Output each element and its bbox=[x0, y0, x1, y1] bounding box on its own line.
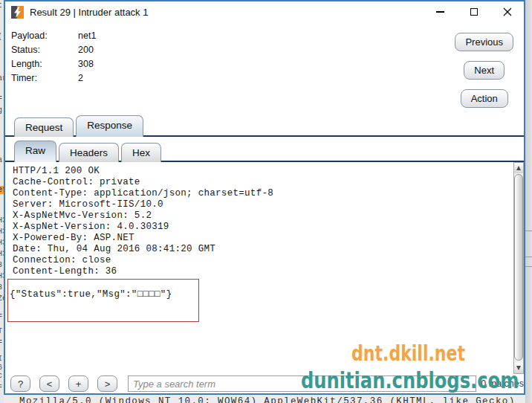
info-label: Payload: bbox=[11, 30, 78, 41]
background-text-fragment: T bbox=[0, 327, 2, 335]
response-header-line: Connection: close bbox=[13, 255, 513, 266]
response-header-line: X-Powered-By: ASP.NET bbox=[13, 233, 513, 244]
background-text-fragment: g bbox=[0, 106, 2, 115]
info-value: net1 bbox=[78, 30, 96, 41]
background-text-fragment: 3 bbox=[0, 283, 2, 291]
background-window-right-sliver bbox=[525, 0, 532, 403]
response-header-line: Date: Thu, 04 Aug 2016 08:41:20 GMT bbox=[13, 244, 513, 255]
info-value: 308 bbox=[78, 59, 94, 69]
nav-button[interactable]: Next bbox=[464, 61, 505, 80]
close-icon bbox=[503, 7, 512, 16]
response-header-line: Content-Type: application/json; charset=… bbox=[13, 188, 513, 199]
arrow-down-icon bbox=[516, 366, 521, 370]
message-tab[interactable]: Request bbox=[14, 117, 74, 137]
background-text-fragment: 3 bbox=[0, 261, 2, 269]
background-window-edge bbox=[525, 266, 532, 267]
background-text-fragment: c bbox=[0, 372, 2, 380]
search-input[interactable] bbox=[128, 375, 476, 392]
minimize-icon bbox=[436, 11, 444, 13]
view-tab[interactable]: Headers bbox=[59, 143, 119, 162]
response-header-line: Content-Length: 36 bbox=[13, 266, 513, 277]
search-tool-button[interactable]: + bbox=[68, 375, 88, 392]
scroll-down-button[interactable] bbox=[514, 363, 523, 373]
result-info-panel: Payload: net1 Status: 200 Length: 308 Ti… bbox=[11, 28, 96, 85]
background-text-fragment: ( bbox=[0, 33, 2, 41]
background-useragent-text: Mozilla/5.0 (Windows NT 10.0; WOW64) App… bbox=[19, 396, 532, 403]
background-text-fragment: F bbox=[0, 384, 2, 392]
background-text-fragment: 6 bbox=[0, 364, 2, 372]
background-text-fragment: I bbox=[0, 355, 2, 363]
info-value: 200 bbox=[78, 45, 94, 55]
response-raw-view[interactable]: HTTP/1.1 200 OK Cache-Control: private C… bbox=[5, 162, 513, 374]
response-body-highlight-box: {"Status":true,"Msg":"□□□□"} bbox=[7, 279, 199, 322]
search-tool-button[interactable]: > bbox=[97, 375, 117, 392]
burp-suite-icon bbox=[11, 6, 24, 19]
background-text-fragment: = bbox=[0, 94, 2, 103]
info-row: Payload: net1 bbox=[11, 28, 96, 42]
window-title: Result 29 | Intruder attack 1 bbox=[30, 7, 148, 18]
info-label: Timer: bbox=[11, 73, 78, 83]
search-toolbar: ? < + > 0 matches bbox=[5, 374, 524, 393]
view-tab[interactable]: Hex bbox=[121, 143, 161, 162]
background-window-edge bbox=[525, 230, 532, 231]
result-nav-buttons: Previous Next Action bbox=[455, 33, 513, 117]
nav-button[interactable]: Previous bbox=[455, 33, 513, 51]
search-tool-button[interactable]: ? bbox=[10, 375, 30, 392]
close-button[interactable] bbox=[490, 1, 524, 22]
scrollbar-thumb[interactable] bbox=[514, 174, 523, 361]
info-row: Length: 308 bbox=[11, 57, 96, 71]
response-header-line: HTTP/1.1 200 OK bbox=[13, 166, 513, 177]
search-tool-button[interactable]: < bbox=[39, 375, 59, 392]
info-row: Timer: 2 bbox=[11, 71, 96, 85]
background-text-fragment: = bbox=[0, 338, 2, 346]
scroll-up-button[interactable] bbox=[514, 163, 523, 173]
response-header-line: X-AspNetMvc-Version: 5.2 bbox=[13, 210, 513, 222]
info-label: Length: bbox=[11, 59, 78, 69]
vertical-scrollbar[interactable] bbox=[513, 162, 524, 374]
response-header-line: Cache-Control: private bbox=[13, 177, 513, 188]
info-label: Status: bbox=[11, 45, 78, 55]
match-count: 0 matches bbox=[481, 378, 524, 389]
minimize-button[interactable] bbox=[424, 1, 457, 22]
intruder-result-window: Result 29 | Intruder attack 1 Payload: n… bbox=[4, 0, 525, 395]
maximize-icon bbox=[470, 8, 478, 16]
info-row: Status: 200 bbox=[11, 42, 96, 57]
arrow-up-icon bbox=[516, 166, 521, 170]
titlebar[interactable]: Result 29 | Intruder attack 1 bbox=[5, 1, 524, 22]
background-text-fragment: = bbox=[0, 312, 2, 320]
nav-button[interactable]: Action bbox=[461, 89, 508, 108]
info-value: 2 bbox=[78, 73, 83, 83]
response-header-line: X-AspNet-Version: 4.0.30319 bbox=[13, 222, 513, 233]
message-tab[interactable]: Response bbox=[76, 115, 143, 137]
maximize-button[interactable] bbox=[457, 1, 490, 22]
view-tab[interactable]: Raw bbox=[14, 141, 56, 162]
background-window-edge bbox=[525, 257, 532, 257]
message-tabs: Request Response bbox=[5, 115, 524, 137]
response-header-line: Server: Microsoft-IIS/10.0 bbox=[13, 199, 513, 210]
view-tabs: Raw Headers Hex bbox=[5, 141, 524, 162]
response-body-text: {"Status":true,"Msg":"□□□□"} bbox=[10, 289, 172, 300]
